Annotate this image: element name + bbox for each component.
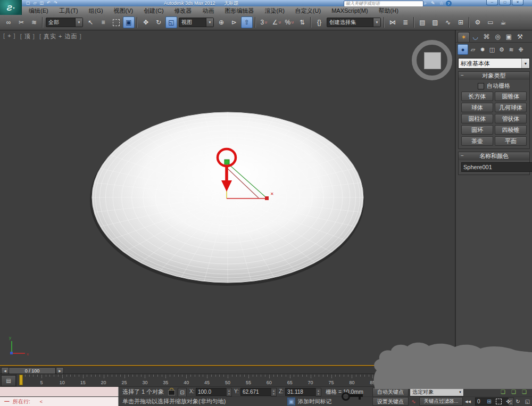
select-and-scale-icon[interactable]: ◱ <box>165 16 177 28</box>
menu-item-2[interactable]: 组(G) <box>84 7 109 15</box>
subtab-helpers[interactable]: ⚙ <box>497 45 506 54</box>
tab-create[interactable]: ✶ <box>458 32 470 42</box>
zoom-extents-all-icon[interactable]: ❏ <box>510 388 518 396</box>
favorites-icon[interactable]: ☆ <box>439 0 444 6</box>
bind-to-space-warp-icon[interactable]: ≋ <box>28 16 40 28</box>
object-button-9[interactable]: 平面 <box>495 136 527 146</box>
selection-filter-dropdown[interactable]: 全部 ▼ <box>46 18 83 27</box>
align-icon[interactable]: ≣ <box>400 16 411 28</box>
angle-snap-icon[interactable]: ∠∪ <box>271 16 282 28</box>
tab-utilities[interactable]: ⚒ <box>514 32 526 42</box>
edit-named-selection-sets-icon[interactable]: {} <box>313 16 325 28</box>
schematic-view-icon[interactable]: ⊞ <box>455 16 467 28</box>
menu-item-4[interactable]: 创建(C) <box>138 7 169 15</box>
object-button-8[interactable]: 茶壶 <box>461 136 493 146</box>
object-button-1[interactable]: 圆锥体 <box>495 92 527 101</box>
autogrid-checkbox[interactable] <box>478 83 484 89</box>
keyboard-shortcut-override-icon[interactable]: ⇧ <box>241 16 253 28</box>
curve-editor-icon[interactable]: ∿ <box>442 16 454 28</box>
isolate-selection-icon[interactable] <box>495 397 503 405</box>
viewport-menu-general[interactable]: + <box>3 32 16 40</box>
minimize-button[interactable]: ─ <box>486 0 498 5</box>
set-key-button[interactable]: 设置关键点 <box>372 397 409 406</box>
select-object-icon[interactable]: ↖ <box>85 16 96 28</box>
menu-item-0[interactable]: 编辑(E) <box>23 7 54 15</box>
x-coordinate-field[interactable] <box>196 388 227 396</box>
close-button[interactable]: ✕ <box>512 0 523 5</box>
viewport-menu-pov[interactable]: 顶 <box>20 32 35 40</box>
tab-hierarchy[interactable]: ⌘ <box>481 32 492 42</box>
search-icon[interactable]: ⌕ <box>424 0 427 6</box>
absolute-offset-mode-icon[interactable]: ⊡ <box>178 388 187 397</box>
object-button-2[interactable]: 球体 <box>461 103 493 112</box>
menu-item-11[interactable]: 帮助(H) <box>373 7 404 15</box>
zoom-all-icon[interactable]: ❏ <box>520 388 528 396</box>
object-button-4[interactable]: 圆柱体 <box>461 114 493 123</box>
add-time-tag[interactable]: 添加时间标记 <box>298 397 331 406</box>
redo-icon[interactable]: ↷ <box>54 0 57 6</box>
select-and-rotate-icon[interactable]: ↻ <box>153 16 164 28</box>
viewcube[interactable] <box>412 40 452 80</box>
viewcube-top-face[interactable] <box>424 52 441 69</box>
tab-motion[interactable]: ◎ <box>492 32 503 42</box>
subtab-cameras[interactable]: ◫ <box>487 45 497 54</box>
tab-display[interactable]: ▣ <box>503 32 514 42</box>
rendered-frame-window-icon[interactable]: ▭ <box>485 16 496 28</box>
object-button-7[interactable]: 四棱锥 <box>495 125 527 135</box>
reference-coordinate-dropdown[interactable]: 视图 ▼ <box>179 18 214 27</box>
layer-manager-icon[interactable]: ▤ <box>417 16 428 28</box>
select-and-manipulate-icon[interactable]: ⊳ <box>228 16 240 28</box>
percent-snap-icon[interactable]: %∪ <box>284 16 295 28</box>
use-center-flyout-icon[interactable]: ⊕ <box>215 16 227 28</box>
save-file-icon[interactable]: ◫ <box>40 0 44 6</box>
menu-item-9[interactable]: 自定义(U) <box>290 7 326 15</box>
menu-item-10[interactable]: MAXScript(M) <box>326 7 373 14</box>
selection-lock-icon[interactable] <box>168 390 175 395</box>
select-by-name-icon[interactable]: ≡ <box>97 16 109 28</box>
menu-item-6[interactable]: 动画 <box>197 7 220 15</box>
undo-icon[interactable]: ↶ <box>47 0 51 6</box>
select-and-link-icon[interactable]: ∞ <box>3 16 14 28</box>
menu-item-7[interactable]: 图形编辑器 <box>220 7 260 15</box>
rollout-object-type-header[interactable]: − 对象类型 <box>459 72 529 80</box>
key-filters-button[interactable]: 关键点过滤器... <box>419 397 463 406</box>
object-button-6[interactable]: 圆环 <box>461 125 493 135</box>
y-coordinate-field[interactable] <box>240 388 271 396</box>
render-production-icon[interactable]: ☕ <box>497 16 509 28</box>
viewport-top[interactable]: ✕ y x + 顶 真实 + 边面 <box>0 30 456 366</box>
communication-icon[interactable]: ✎ <box>431 0 435 6</box>
window-crossing-toggle-icon[interactable]: ▣ <box>123 16 135 28</box>
y-spinner[interactable]: ▲▼ <box>271 388 277 396</box>
menu-item-8[interactable]: 渲染(R) <box>260 7 290 15</box>
rollout-name-color-header[interactable]: − 名称和颜色 <box>459 152 529 160</box>
mini-curve-editor-button[interactable]: ▤ <box>1 375 16 386</box>
pan-hand-icon[interactable]: ✜ <box>504 397 512 405</box>
maxscript-mini-listener[interactable] <box>0 387 119 396</box>
time-tag-icon[interactable]: ▣ <box>287 397 295 405</box>
viewport-menu-shading[interactable]: 真实 + 边面 <box>39 32 82 40</box>
auto-key-button[interactable]: 自动关键点 <box>372 387 409 397</box>
key-mode-curve-icon[interactable]: ∿ <box>410 397 418 405</box>
menu-item-1[interactable]: 工具(T) <box>54 7 84 15</box>
maximize-button[interactable]: ▢ <box>499 0 511 5</box>
help-icon[interactable]: ? <box>446 1 452 6</box>
track-bar[interactable]: ▤ 051015202530354045505560657075808590 <box>0 374 532 386</box>
object-button-0[interactable]: 长方体 <box>461 92 493 101</box>
zoom-extents-icon[interactable]: ❏ <box>499 388 507 396</box>
subtab-geometry[interactable]: ● <box>458 44 468 55</box>
subtab-shapes[interactable]: ▱ <box>468 45 478 54</box>
menu-item-3[interactable]: 视图(V) <box>109 7 139 15</box>
menu-item-5[interactable]: 修改器 <box>169 7 197 15</box>
z-coordinate-field[interactable] <box>285 388 316 396</box>
subtab-systems[interactable]: ❉ <box>516 45 526 54</box>
gizmo-x-handle[interactable] <box>265 196 269 200</box>
application-menu-button[interactable]: Ƨ ▾ <box>0 0 22 15</box>
spinner-snap-icon[interactable]: ⇅ <box>296 16 308 28</box>
named-selection-sets-dropdown[interactable]: 创建选择集 ▼ <box>327 18 381 27</box>
unlink-selection-icon[interactable]: ✂ <box>15 16 27 28</box>
tab-modify[interactable]: ◡ <box>470 32 481 42</box>
object-name-field[interactable] <box>461 162 532 172</box>
current-frame-marker[interactable] <box>19 375 23 385</box>
select-and-move-icon[interactable]: ✥ <box>140 16 152 28</box>
object-button-5[interactable]: 管状体 <box>495 114 527 123</box>
